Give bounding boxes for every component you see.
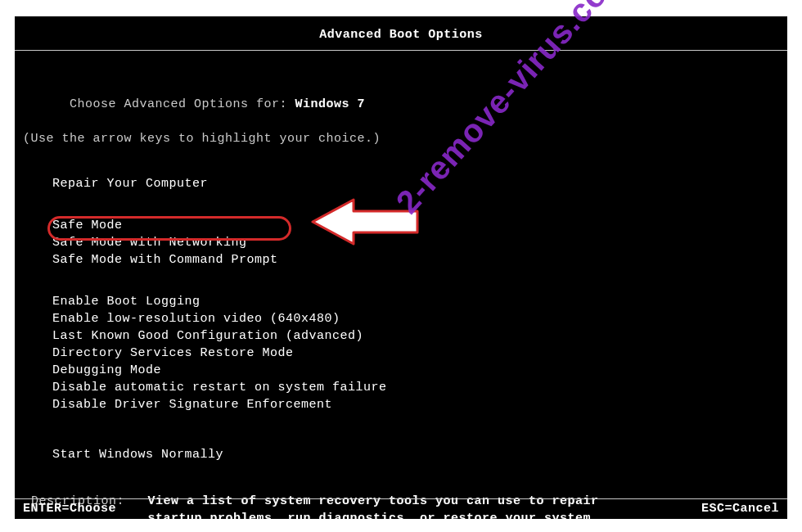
menu-safe-mode-networking[interactable]: Safe Mode with Networking: [52, 234, 779, 251]
boot-menu[interactable]: Repair Your Computer Safe Mode Safe Mode…: [23, 147, 779, 463]
footer-hints: ENTER=Choose ESC=Cancel: [23, 500, 779, 517]
prompt-hint: (Use the arrow keys to highlight your ch…: [23, 130, 779, 147]
boot-options-screen: Advanced Boot Options Choose Advanced Op…: [15, 16, 787, 519]
content-area: Choose Advanced Options for: Windows 7 (…: [15, 51, 787, 527]
menu-safe-mode-cmd[interactable]: Safe Mode with Command Prompt: [52, 251, 278, 268]
menu-boot-logging[interactable]: Enable Boot Logging: [52, 293, 779, 310]
menu-disable-auto-restart[interactable]: Disable automatic restart on system fail…: [52, 379, 779, 396]
menu-safe-mode[interactable]: Safe Mode: [52, 217, 779, 234]
hint-enter: ENTER=Choose: [23, 500, 116, 517]
hint-esc: ESC=Cancel: [701, 500, 779, 517]
menu-low-res-video[interactable]: Enable low-resolution video (640x480): [52, 310, 779, 327]
prompt-line-1: Choose Advanced Options for: Windows 7: [23, 79, 779, 130]
menu-start-normally[interactable]: Start Windows Normally: [52, 446, 779, 463]
menu-ds-restore[interactable]: Directory Services Restore Mode: [52, 345, 779, 362]
menu-disable-driver-sig[interactable]: Disable Driver Signature Enforcement: [52, 396, 779, 413]
footer-divider: [15, 498, 787, 499]
prompt-prefix: Choose Advanced Options for:: [70, 97, 295, 111]
os-name: Windows 7: [295, 97, 366, 111]
menu-debugging[interactable]: Debugging Mode: [52, 362, 779, 379]
menu-repair-computer[interactable]: Repair Your Computer: [52, 175, 779, 192]
page-title: Advanced Boot Options: [15, 16, 787, 43]
menu-last-known-good[interactable]: Last Known Good Configuration (advanced): [52, 327, 779, 345]
description-block: Description: View a list of system recov…: [23, 463, 779, 527]
